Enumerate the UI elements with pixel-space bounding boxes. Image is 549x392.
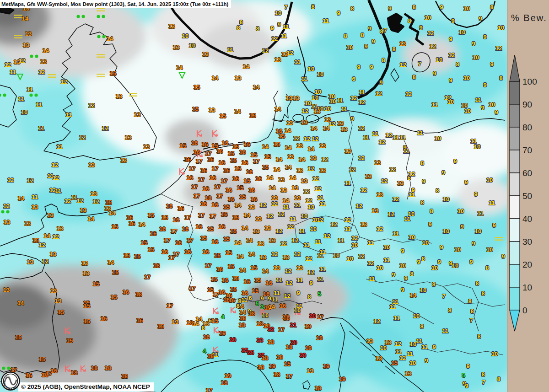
station-value: 12 <box>53 175 59 181</box>
station-value: 16 <box>210 175 216 181</box>
station-value: 13 <box>83 270 89 276</box>
station-value: 16 <box>242 160 248 166</box>
station-value: 16 <box>283 315 290 321</box>
station-value: 10 <box>475 228 481 234</box>
station-value: 8 <box>421 256 425 262</box>
station-value: 23 <box>257 337 263 343</box>
station-value: 12 <box>386 132 392 138</box>
station-value: 11 <box>27 86 33 92</box>
station-value: 18 <box>71 370 77 376</box>
station-value: 13 <box>294 195 301 201</box>
station-value: 16 <box>150 231 156 236</box>
station-value: 13 <box>202 51 209 57</box>
station-value: 14 <box>109 210 115 216</box>
station-value: 11 <box>227 47 233 53</box>
station-value: 6 <box>248 295 252 301</box>
station-value: 14 <box>283 198 289 204</box>
station-value: 13 <box>301 178 307 184</box>
station-value: 11 <box>363 134 369 140</box>
station-value: 9 <box>490 61 493 67</box>
station-value: 15 <box>239 194 246 200</box>
station-value: 12 <box>359 99 365 105</box>
station-value: 17 <box>198 177 205 183</box>
station-value: 16 <box>123 289 129 295</box>
station-value: 10 <box>474 144 480 150</box>
station-value: 9 <box>440 244 443 250</box>
station-value: 12 <box>306 256 312 262</box>
station-value: 11 <box>55 188 61 194</box>
station-value: 9 <box>460 224 463 230</box>
station-value: 13 <box>280 187 287 193</box>
station-value: 9 <box>483 82 486 88</box>
station-value: 12 <box>388 211 394 217</box>
station-value: 13 <box>269 237 275 243</box>
colorbar-tick-label: 0 <box>522 306 527 315</box>
station-value: 13 <box>116 93 122 99</box>
station-value: 13 <box>125 134 131 140</box>
station-value: 17 <box>214 184 221 190</box>
station-value: 8 <box>361 32 364 38</box>
station-value: 12 <box>495 45 502 51</box>
station-value: 11 <box>38 125 44 131</box>
station-value: 10 <box>380 345 387 351</box>
station-value: 16 <box>182 226 188 232</box>
station-value: 12 <box>3 203 10 209</box>
station-value: 8 <box>412 74 415 80</box>
station-value: 13 <box>80 207 86 213</box>
station-value: 15 <box>223 204 230 210</box>
station-value: 8 <box>499 75 502 81</box>
station-value: 10 <box>324 106 331 112</box>
station-value: 12 <box>400 62 406 68</box>
station-value: 16 <box>239 149 246 155</box>
station-value: 12 <box>271 251 278 257</box>
station-value: 19 <box>219 330 226 336</box>
station-value: 9 <box>464 179 468 185</box>
colorbar-tick-label: 20 <box>522 260 532 269</box>
station-value: 14 <box>262 268 269 274</box>
station-value: 13 <box>50 251 56 257</box>
shower-icon <box>178 72 186 79</box>
station-value: 9 <box>425 358 428 364</box>
station-value: 17 <box>253 158 259 164</box>
station-value: 13 <box>255 216 262 222</box>
station-value: 9 <box>277 21 280 27</box>
station-value: 8 <box>350 5 354 11</box>
station-value: 18 <box>207 353 214 359</box>
station-value: 15 <box>220 113 226 119</box>
station-value: 10 <box>410 341 416 347</box>
station-value: 16 <box>202 141 208 147</box>
station-value: 11 <box>301 76 307 82</box>
station-value: 10 <box>351 242 358 248</box>
station-value: 11 <box>367 240 374 246</box>
station-value: 10 <box>491 351 498 357</box>
station-value: 11 <box>477 210 484 216</box>
station-value: 9 <box>368 26 371 32</box>
station-value: 14 <box>308 146 314 152</box>
station-value: 12 <box>286 280 292 286</box>
colorbar-tick-label: 60 <box>522 168 532 178</box>
legend-title: % Bew. <box>511 13 547 23</box>
station-value: 11 <box>341 106 347 112</box>
station-value: 11 <box>372 131 378 137</box>
station-value: 10 <box>486 247 493 252</box>
station-value: 18 <box>105 365 111 371</box>
station-value: 9 <box>483 34 486 40</box>
station-value: 14 <box>176 64 183 70</box>
station-value: 11 <box>359 89 365 95</box>
station-value: 17 <box>196 158 202 164</box>
station-value: 12 <box>322 156 328 162</box>
station-value: 17 <box>213 291 219 297</box>
station-value: 12 <box>262 48 269 54</box>
station-value: 15 <box>15 334 22 340</box>
drizzle-icon <box>0 93 7 97</box>
station-value: 11 <box>296 277 303 283</box>
station-value: 8 <box>410 271 413 277</box>
station-value: 11 <box>241 297 248 303</box>
station-value: 17 <box>191 184 198 190</box>
station-value: 11 <box>393 134 399 140</box>
station-value: 11 <box>317 276 323 282</box>
station-value: 14 <box>262 144 269 150</box>
station-value: 11 <box>319 249 326 255</box>
station-value: 15 <box>232 144 239 150</box>
station-value: 16 <box>203 334 210 340</box>
